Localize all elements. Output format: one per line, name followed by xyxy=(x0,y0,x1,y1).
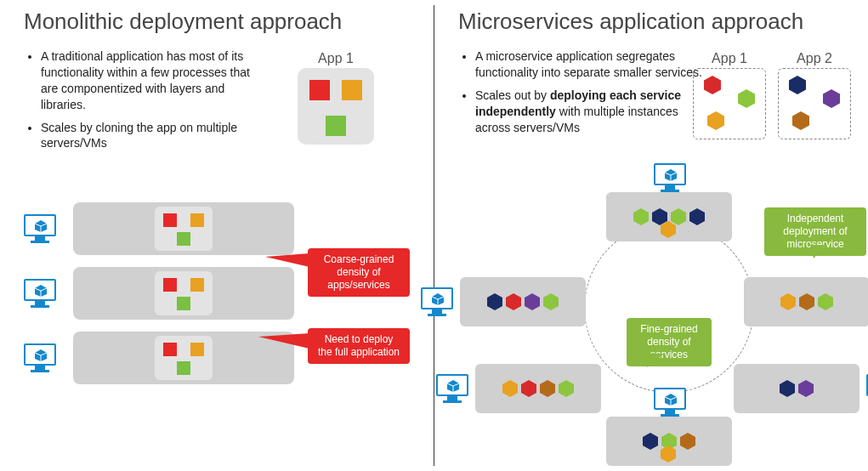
component-square-green xyxy=(177,297,190,310)
hex-service-red xyxy=(704,76,721,94)
right-column: Microservices application approach A mic… xyxy=(434,0,868,471)
deployed-monolith xyxy=(155,336,213,380)
microservice-apps-sample: App 1 App 2 xyxy=(693,51,851,139)
monitor-icon xyxy=(24,214,56,243)
component-square-green xyxy=(177,361,190,375)
hex-service-purple xyxy=(798,380,814,397)
component-square-green xyxy=(326,116,346,136)
monolith-box xyxy=(298,68,374,145)
component-square-yellow xyxy=(190,343,204,356)
hex-service-yellow xyxy=(661,221,676,238)
right-bullet-list: A microservice application segregates fu… xyxy=(458,48,705,135)
cluster-ring-icon xyxy=(584,223,754,393)
hex-service-green xyxy=(671,208,686,225)
component-square-green xyxy=(177,232,190,246)
deployed-monolith xyxy=(155,271,213,315)
monitor-icon xyxy=(421,287,453,316)
bullet-text: Scales out by xyxy=(475,88,550,102)
component-square-red xyxy=(163,343,177,356)
hex-service-brown xyxy=(799,293,814,310)
monitor-icon xyxy=(24,343,56,372)
server-row xyxy=(24,202,418,255)
hex-service-green xyxy=(738,89,755,108)
microservice-cluster: Fine-grained density of services Indepen… xyxy=(460,192,868,468)
hex-service-yellow xyxy=(780,293,796,310)
hex-service-green xyxy=(633,208,649,225)
hex-service-green xyxy=(559,380,574,397)
left-bullet: A traditional application has most of it… xyxy=(41,48,270,113)
hex-service-red xyxy=(506,293,521,310)
left-column: Monolithic deployment approach A traditi… xyxy=(0,0,434,471)
vm-box xyxy=(73,202,294,255)
cluster-node xyxy=(606,417,732,466)
cluster-node xyxy=(734,364,859,413)
hex-service-blue xyxy=(652,208,667,225)
right-bullet: A microservice application segregates fu… xyxy=(475,48,705,81)
app1-label: App 1 xyxy=(298,51,374,66)
vm-box xyxy=(73,267,294,320)
left-bullet: Scales by cloning the app on multiple se… xyxy=(41,120,270,152)
monolith-app-sample: App 1 xyxy=(298,51,374,145)
callout-pointer-icon xyxy=(642,354,664,367)
component-square-yellow xyxy=(342,80,362,100)
deployed-monolith xyxy=(155,207,213,251)
hex-service-brown xyxy=(680,433,695,450)
hex-service-blue xyxy=(689,208,705,225)
component-square-yellow xyxy=(190,213,204,227)
hex-service-yellow xyxy=(661,445,676,462)
slide-root: Monolithic deployment approach A traditi… xyxy=(0,0,868,471)
hex-service-yellow xyxy=(707,111,724,130)
app1-group: App 1 xyxy=(693,51,766,139)
callout-pointer-icon xyxy=(810,245,825,258)
component-square-red xyxy=(163,278,177,292)
cluster-node xyxy=(744,277,868,326)
monitor-icon xyxy=(654,388,686,417)
app2-group: App 2 xyxy=(778,51,851,139)
left-bullet-list: A traditional application has most of it… xyxy=(24,48,270,151)
hex-service-brown xyxy=(540,380,555,397)
monolith-cluster: Coarse-grained density of apps/services … xyxy=(24,202,418,384)
app2-box xyxy=(778,68,851,139)
hex-service-blue xyxy=(487,293,502,310)
app1-label: App 1 xyxy=(693,51,766,66)
callout-fine-grained: Fine-grained density of services xyxy=(627,318,712,366)
component-square-red xyxy=(163,213,177,227)
cluster-node xyxy=(606,192,732,241)
hex-service-blue xyxy=(780,380,795,397)
hex-service-yellow xyxy=(502,380,518,397)
hex-service-brown xyxy=(792,111,809,130)
callout-coarse-grained: Coarse-grained density of apps/services xyxy=(308,248,410,297)
component-square-yellow xyxy=(190,278,204,292)
callout-full-deploy: Need to deploy the full application xyxy=(308,328,410,364)
app1-box xyxy=(693,68,766,139)
monitor-icon xyxy=(24,279,56,308)
right-heading: Microservices application approach xyxy=(458,9,853,35)
hex-service-green xyxy=(543,293,559,310)
cluster-node xyxy=(475,364,601,413)
callout-pointer-icon xyxy=(258,333,309,349)
hex-service-blue xyxy=(643,433,658,450)
right-bullet: Scales out by deploying each service ind… xyxy=(475,88,705,136)
monitor-icon xyxy=(436,374,468,403)
hex-service-green xyxy=(818,293,833,310)
cluster-node xyxy=(460,277,586,326)
hex-service-red xyxy=(521,380,536,397)
app2-label: App 2 xyxy=(778,51,851,66)
monitor-icon xyxy=(654,163,686,192)
hex-service-purple xyxy=(525,293,540,310)
component-square-red xyxy=(309,80,330,100)
callout-pointer-icon xyxy=(265,253,309,267)
hex-service-blue xyxy=(789,76,806,94)
hex-service-purple xyxy=(823,89,840,108)
left-heading: Monolithic deployment approach xyxy=(24,9,418,35)
